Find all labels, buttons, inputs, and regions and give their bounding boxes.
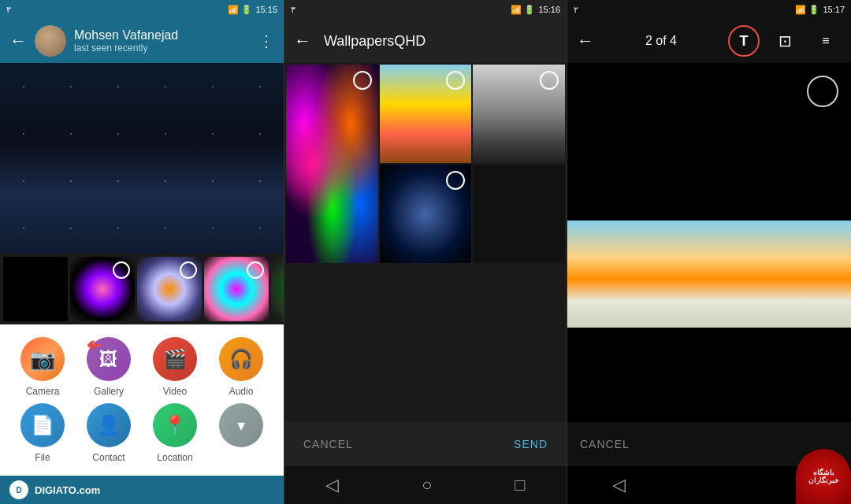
location-label: Location <box>157 452 192 463</box>
contact-icon: 👤 <box>87 403 131 447</box>
attachment-grid: 📷 Camera 🖼 Gallery ➔ 🎬 Video � <box>0 324 284 476</box>
wallpapers-title: WallpapersQHD <box>324 33 426 50</box>
back-button-2[interactable]: ← <box>294 31 311 51</box>
location-button[interactable]: 📍 Location <box>143 403 206 463</box>
thumb-select-circle <box>180 261 197 279</box>
camera-button[interactable]: 📷 Camera <box>11 337 74 397</box>
status-icons-2: 📶 🔋 <box>511 5 535 15</box>
gallery-label: Gallery <box>94 386 124 397</box>
wallpapers-actions: CANCEL SEND <box>284 422 567 466</box>
crop-icon: ⊡ <box>779 32 792 50</box>
red-arrow-indicator: ➔ <box>87 335 101 356</box>
list-item[interactable] <box>473 65 565 163</box>
thumb-select-circle <box>247 261 264 279</box>
back-button-3[interactable]: ← <box>577 31 594 51</box>
attachment-row-1: 📷 Camera 🖼 Gallery ➔ 🎬 Video � <box>9 337 274 397</box>
video-label: Video <box>163 386 187 397</box>
contact-label: Contact <box>92 452 124 463</box>
status-time-2: 15:16 <box>538 5 560 14</box>
file-label: File <box>35 452 50 463</box>
panel-chat: ٣ 📶 🔋 15:15 ← Mohsen Vafanejad last seen… <box>0 0 284 504</box>
thumb-select-circle <box>113 261 130 279</box>
list-item[interactable] <box>70 257 135 321</box>
file-icon: 📄 <box>20 403 65 447</box>
status-bar-1: ٣ 📶 🔋 15:15 <box>0 0 284 19</box>
menu-button[interactable]: ⋮ <box>258 32 274 50</box>
status-rtl-2: ٣ <box>291 5 295 15</box>
thumbnail-strip[interactable] <box>0 254 284 324</box>
header-info: Mohsen Vafanejad last seen recently <box>74 28 251 54</box>
contact-button[interactable]: 👤 Contact <box>77 403 140 463</box>
adjust-button[interactable]: ≡ <box>810 25 842 57</box>
editor-content <box>567 63 851 422</box>
image-top-area <box>567 63 851 220</box>
status-icons-1: 📶 🔋 <box>228 5 252 15</box>
back-button-1[interactable]: ← <box>9 31 27 51</box>
video-button[interactable]: 🎬 Video <box>143 337 206 397</box>
gallery-button[interactable]: 🖼 Gallery ➔ <box>77 337 140 397</box>
camera-label: Camera <box>26 386 60 397</box>
status-time-1: 15:15 <box>255 5 277 14</box>
status-bar-3: ٢ 📶 🔋 15:17 <box>567 0 851 19</box>
digiato-footer: D DIGIATO.com <box>0 476 284 504</box>
panel-image-editor: ٢ 📶 🔋 15:17 ← 2 of 4 T ⊡ ≡ CANCEL <box>567 0 851 504</box>
wallpaper-select-circle <box>353 71 372 90</box>
list-item[interactable] <box>137 257 202 321</box>
status-rtl: ٣ <box>6 5 11 15</box>
text-icon: T <box>740 33 749 50</box>
watermark-badge: باشگاه خبرنگاران <box>796 449 851 504</box>
digiato-logo-circle: D <box>9 480 28 499</box>
list-item[interactable] <box>380 65 472 163</box>
cancel-button-2[interactable]: CANCEL <box>303 438 353 450</box>
wallpaper-grid <box>284 63 567 265</box>
list-item[interactable] <box>286 65 378 263</box>
status-icons-3: 📶 🔋 <box>795 5 819 15</box>
nav-back-2[interactable]: ◁ <box>325 475 339 495</box>
status-rtl-3: ٢ <box>574 5 578 15</box>
wallpaper-select-circle <box>540 71 559 90</box>
watermark-text: باشگاه خبرنگاران <box>796 465 851 487</box>
text-tool-button[interactable]: T <box>728 25 760 57</box>
nav-home-2[interactable]: ○ <box>422 475 432 495</box>
camera-icon: 📷 <box>20 337 65 381</box>
audio-icon: 🎧 <box>219 337 263 381</box>
list-item[interactable] <box>473 165 565 263</box>
page-counter: 2 of 4 <box>604 34 719 48</box>
location-icon: 📍 <box>153 403 197 447</box>
nav-recent-2[interactable]: □ <box>515 475 525 495</box>
chat-background <box>0 63 284 254</box>
image-bottom-area <box>567 328 851 422</box>
list-item[interactable] <box>271 257 284 321</box>
send-button[interactable]: SEND <box>514 438 548 450</box>
nav-bar-2: ◁ ○ □ <box>284 466 567 504</box>
list-item[interactable] <box>204 257 269 321</box>
wallpapers-header: ← WallpapersQHD <box>284 19 567 63</box>
attachment-row-2: 📄 File 👤 Contact 📍 Location ▾ <box>9 403 274 463</box>
user-name: Mohsen Vafanejad <box>74 28 251 43</box>
more-button[interactable]: ▾ <box>210 403 273 463</box>
user-status: last seen recently <box>74 43 251 54</box>
video-icon: 🎬 <box>153 337 197 381</box>
thumb-empty <box>3 257 68 321</box>
list-item[interactable] <box>380 165 472 263</box>
avatar <box>35 25 66 57</box>
editor-select-circle <box>807 76 838 107</box>
chat-header: ← Mohsen Vafanejad last seen recently ⋮ <box>0 19 284 63</box>
crop-button[interactable]: ⊡ <box>769 25 801 57</box>
more-icon: ▾ <box>219 403 263 447</box>
cancel-button-3[interactable]: CANCEL <box>580 438 630 450</box>
nav-back-3[interactable]: ◁ <box>612 475 626 495</box>
audio-label: Audio <box>229 386 254 397</box>
panel-wallpapers: ٣ 📶 🔋 15:16 ← WallpapersQHD <box>284 0 567 504</box>
status-bar-2: ٣ 📶 🔋 15:16 <box>284 0 567 19</box>
wallpapers-content <box>284 63 567 422</box>
status-time-3: 15:17 <box>823 5 845 14</box>
main-image <box>567 220 851 328</box>
stars-decoration <box>0 63 284 254</box>
adjust-icon: ≡ <box>822 34 829 48</box>
digiato-logo-text: DIGIATO.com <box>35 484 100 496</box>
audio-button[interactable]: 🎧 Audio <box>210 337 273 397</box>
file-button[interactable]: 📄 File <box>11 403 74 463</box>
editor-header: ← 2 of 4 T ⊡ ≡ <box>567 19 851 63</box>
